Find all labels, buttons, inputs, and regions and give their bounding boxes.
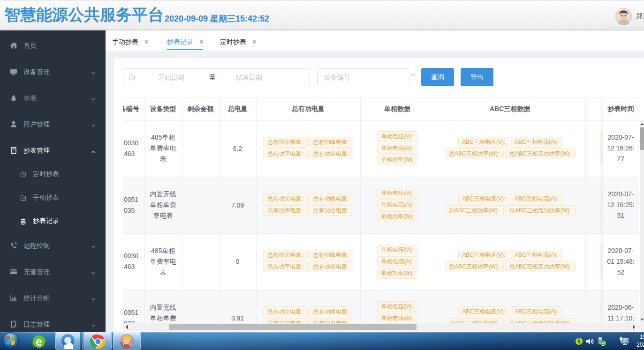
- svg-text:e: e: [36, 335, 42, 348]
